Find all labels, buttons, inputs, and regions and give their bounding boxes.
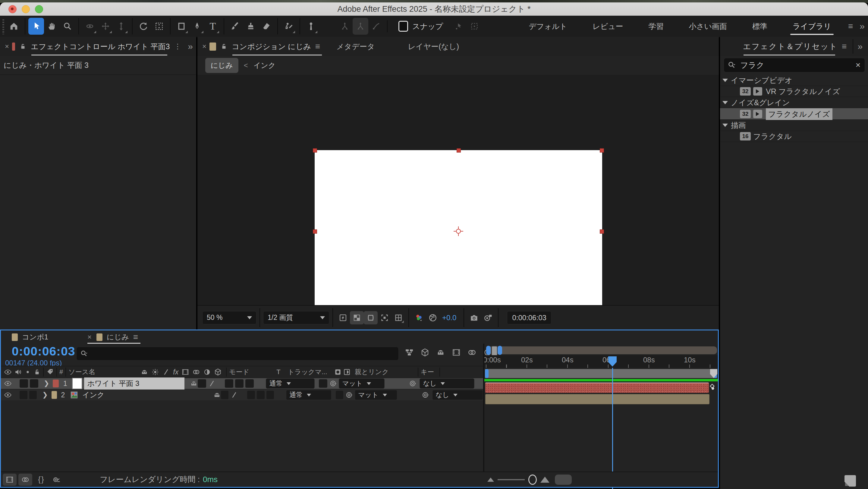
collapse-toggle[interactable]: [221, 391, 229, 399]
quality-toggle-icon[interactable]: [208, 379, 216, 388]
tab-menu-icon[interactable]: ≡: [133, 332, 138, 342]
workspace-library[interactable]: ライブラリ: [780, 16, 844, 37]
magnification-dropdown[interactable]: 50 %: [202, 311, 256, 325]
chevron-down-icon[interactable]: [722, 124, 728, 127]
frame-blend-toggle[interactable]: [235, 379, 244, 388]
adjustment-icon[interactable]: [203, 368, 211, 376]
breadcrumb-current[interactable]: にじみ: [205, 58, 239, 73]
unlock-icon[interactable]: [19, 43, 27, 50]
motion-blur-icon[interactable]: [192, 368, 200, 376]
unlock-icon[interactable]: [220, 43, 227, 50]
composition-canvas[interactable]: [315, 150, 602, 312]
viewer-timecode[interactable]: 0:00:06:03: [507, 311, 551, 325]
track-matte-toggle-icon[interactable]: [343, 368, 351, 376]
fast-previews-button[interactable]: [336, 311, 350, 325]
exposure-reset-button[interactable]: [426, 311, 440, 325]
local-axis-mode-button[interactable]: [337, 18, 352, 35]
selection-tool-button[interactable]: [28, 18, 44, 35]
workspace-small-screen[interactable]: 小さい画面: [676, 16, 740, 37]
home-tool-button[interactable]: [6, 18, 22, 35]
chevron-down-icon[interactable]: [722, 101, 728, 104]
category-noise-grain[interactable]: ノイズ&グレイン: [720, 97, 868, 108]
shape-tool-button[interactable]: [174, 18, 189, 35]
quality-toggle-icon[interactable]: [230, 391, 238, 399]
lock-column-icon[interactable]: [33, 368, 41, 376]
composition-viewer[interactable]: [197, 75, 719, 336]
transparency-grid-button[interactable]: [350, 311, 364, 325]
frame-blend-toggle[interactable]: [257, 391, 265, 399]
collapse-icon[interactable]: [151, 368, 159, 376]
shy-toggle-icon[interactable]: [213, 391, 221, 399]
audio-toggle[interactable]: [20, 379, 28, 388]
key-column[interactable]: キー: [421, 367, 434, 376]
snap-toggle[interactable]: スナップ: [398, 21, 443, 32]
grid-guides-button[interactable]: [392, 311, 405, 325]
camera-tool-button[interactable]: [151, 18, 167, 35]
audio-column-icon[interactable]: [14, 368, 22, 376]
workspace-default[interactable]: デフォルト: [516, 16, 580, 37]
parent-link-column[interactable]: 親とリンク: [355, 367, 389, 376]
hide-shy-layers-icon[interactable]: [436, 348, 445, 357]
close-tab-icon[interactable]: ×: [87, 333, 92, 341]
layer-bar-white-solid[interactable]: [485, 383, 709, 393]
preserve-transparency-toggle[interactable]: [336, 391, 344, 399]
layer-label-chip[interactable]: [53, 379, 59, 388]
parent-dropdown[interactable]: なし: [420, 378, 474, 389]
clone-stamp-tool-button[interactable]: [243, 18, 258, 35]
parent-dropdown[interactable]: なし: [432, 390, 483, 400]
quality-icon[interactable]: [162, 368, 170, 376]
mask-visibility-button[interactable]: [364, 311, 378, 325]
timeline-tab-comp1[interactable]: コンポ1: [12, 330, 48, 344]
fx-icon[interactable]: fx: [173, 368, 179, 376]
anchor-point-icon[interactable]: [453, 226, 464, 236]
selection-handle[interactable]: [600, 148, 604, 153]
collapse-toggle[interactable]: [198, 379, 206, 388]
track-matte-column[interactable]: トラックマ...: [288, 367, 327, 376]
layer-tab[interactable]: レイヤー(なし): [408, 37, 459, 56]
close-panel-icon[interactable]: ×: [202, 42, 207, 51]
panel-overflow-icon[interactable]: »: [188, 41, 192, 52]
selection-handle[interactable]: [313, 148, 317, 153]
zoom-out-icon[interactable]: [487, 478, 494, 482]
audio-toggle[interactable]: [20, 391, 27, 399]
shy-icon[interactable]: [141, 368, 148, 376]
effects-presets-tab[interactable]: エフェクト＆プリセット: [743, 37, 838, 56]
video-column-icon[interactable]: [4, 368, 12, 376]
work-area-bar[interactable]: [485, 369, 717, 378]
take-snapshot-button[interactable]: [467, 311, 481, 325]
shy-toggle-icon[interactable]: [190, 379, 198, 388]
work-area-start-handle[interactable]: [485, 369, 489, 378]
category-immersive-video[interactable]: イマーシブビデオ: [720, 75, 868, 86]
close-panel-icon[interactable]: ×: [5, 42, 9, 51]
selection-handle[interactable]: [313, 230, 317, 234]
clear-search-icon[interactable]: ×: [856, 60, 861, 70]
panel-resize-grip-icon[interactable]: [844, 475, 856, 487]
blend-mode-dropdown[interactable]: 通常: [266, 378, 315, 389]
resolution-dropdown[interactable]: 1/2 画質: [263, 311, 330, 325]
preserve-transparency-icon[interactable]: [334, 368, 342, 376]
frame-blending-master-button[interactable]: [3, 473, 17, 486]
eraser-tool-button[interactable]: [258, 18, 274, 35]
navigator-start-handle[interactable]: [486, 346, 491, 355]
orbit-camera-tool-button[interactable]: [82, 18, 98, 35]
timeline-navigator[interactable]: [486, 346, 717, 354]
layer-label-chip[interactable]: [52, 391, 57, 399]
zoom-slider-handle[interactable]: [528, 475, 537, 485]
preserve-transparency-toggle[interactable]: [319, 379, 327, 388]
graph-editor-button[interactable]: { }: [34, 473, 48, 486]
composition-mini-flowchart-icon[interactable]: [405, 348, 414, 357]
workspace-standard[interactable]: 標準: [740, 16, 780, 37]
fx-toggle[interactable]: [247, 391, 255, 399]
snap-checkbox[interactable]: [398, 21, 408, 32]
selection-handle[interactable]: [600, 230, 604, 234]
search-value[interactable]: フラク: [740, 60, 856, 70]
eye-icon[interactable]: [4, 391, 12, 399]
workspace-menu-icon[interactable]: ≡: [848, 22, 853, 31]
timeline-search-field[interactable]: [76, 347, 399, 361]
slow-preview-button[interactable]: [50, 473, 64, 486]
world-axis-mode-button[interactable]: [352, 18, 368, 35]
matte-pickwhip-icon[interactable]: [329, 379, 337, 388]
roto-brush-tool-button[interactable]: [281, 18, 297, 35]
number-column-label[interactable]: #: [59, 368, 63, 376]
view-axis-mode-button[interactable]: [368, 18, 384, 35]
